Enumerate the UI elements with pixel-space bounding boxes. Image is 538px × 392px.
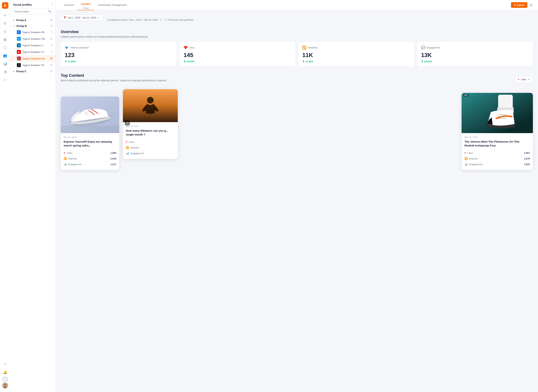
yoga-engagement-label: Engagement bbox=[130, 152, 144, 155]
page-item-tk[interactable]: ♪ Yoga & Sneakers TK 14 bbox=[10, 62, 55, 68]
nav-tabs: Account Content Global Community managem… bbox=[61, 0, 130, 10]
reebok-reposts-icon: 🔁 bbox=[464, 157, 468, 160]
metrics-grid: 🐦 Tweets published 123 ⬆ 17.65% ❤️ Likes… bbox=[61, 42, 533, 66]
top-nav: Account Content Global Community managem… bbox=[56, 0, 538, 10]
search-icon: 🔍 bbox=[48, 10, 51, 13]
likes-value: 145 bbox=[184, 52, 291, 59]
svg-point-8 bbox=[147, 97, 154, 103]
date-range-picker[interactable]: 📅 Jan 1, 2020 - Jan 31, 2020 ▼ bbox=[61, 15, 103, 21]
date-arrow-icon: ▼ bbox=[98, 17, 100, 19]
group-c-header[interactable]: ▶ Group C 14 bbox=[10, 68, 55, 74]
likes-stat-label: Likes bbox=[66, 152, 72, 154]
li-platform-icon: in bbox=[17, 43, 21, 47]
date-row: 📅 Jan 1, 2020 - Jan 31, 2020 ▼ Compariso… bbox=[61, 15, 533, 25]
likes-change: ⬆ 15.53% bbox=[184, 60, 291, 63]
filter-label: Likes bbox=[521, 78, 526, 81]
yoga-engagement-icon: 📊 bbox=[126, 152, 129, 155]
page-count-fb: 6 bbox=[51, 31, 52, 33]
reebok-reposts-label: Reposts bbox=[469, 157, 478, 160]
media-icon[interactable]: ▭ bbox=[1, 76, 9, 83]
top-content-subtitle: Best contents published during the selec… bbox=[61, 79, 167, 82]
page-item-fb[interactable]: f Yoga & Sneakers FB 6 bbox=[10, 29, 55, 35]
globe-icon[interactable]: ◎ bbox=[1, 28, 9, 35]
search-box[interactable]: 🔍 bbox=[12, 8, 53, 14]
ig-platform-icon: 📷 bbox=[17, 56, 21, 61]
reebok-likes-icon: ♥ bbox=[464, 151, 466, 154]
audience-icon[interactable]: ◑ bbox=[1, 68, 9, 75]
reebok-stat-engagement: 📊 Engagement 1,525 bbox=[464, 161, 530, 167]
page-name-ig: Yoga & Sneakers IG bbox=[22, 57, 45, 60]
group-a-count: 08 bbox=[50, 19, 52, 21]
page-item-tw[interactable]: t Yoga & Sneakers TW 12 bbox=[10, 35, 55, 42]
bell-icon[interactable]: 🔔 bbox=[1, 369, 9, 376]
sneakers-stat-likes: ♥ Likes 1,984 bbox=[64, 150, 116, 156]
metric-likes: ❤️ Likes 145 ⬆ 15.53% bbox=[180, 42, 295, 66]
sidebar-collapse-icon[interactable]: ‹ bbox=[51, 3, 52, 6]
retweets-metric-icon: 🔁 bbox=[302, 46, 306, 50]
reebok-card-body: Mar 26, 2019 The Jetsons Meet The Flints… bbox=[462, 133, 533, 170]
engagement-stat-value: 1,217 bbox=[110, 163, 116, 166]
reebok-stat-likes: ♥ Likes 2,567 bbox=[464, 150, 530, 156]
tab-account[interactable]: Account bbox=[61, 0, 77, 10]
reposts-stat-label: Reposts bbox=[68, 157, 77, 160]
user-avatar[interactable] bbox=[2, 383, 8, 388]
tab-content[interactable]: Content Global bbox=[77, 0, 94, 10]
metric-tweets: 🐦 Tweets published 123 ⬆ 17.65% bbox=[61, 42, 177, 66]
download-icon: ⬇ bbox=[514, 4, 516, 6]
retweets-change: ⬆ 11.45% bbox=[302, 60, 410, 63]
date-range-text: Jan 1, 2020 - Jan 31, 2020 bbox=[68, 16, 96, 19]
sidebar-title-text: Social profiles bbox=[13, 3, 32, 6]
nav-right: ⬇ Export ⚙ bbox=[511, 2, 533, 8]
help-icon[interactable]: ? bbox=[3, 377, 8, 382]
monitor-icon[interactable]: ⊞ bbox=[1, 20, 9, 27]
tab-community[interactable]: Community management bbox=[94, 0, 130, 10]
reebok-image-svg bbox=[462, 93, 533, 133]
page-item-yt[interactable]: ▶ Yoga & Sneakers YT 4 bbox=[10, 49, 55, 55]
calendar-icon[interactable]: ▦ bbox=[1, 36, 9, 43]
reposts-stat-value: 2,648 bbox=[110, 157, 116, 160]
yoga-card-title: How many followers can you g... single m… bbox=[126, 129, 175, 136]
sneakers-card-date: Mar 26, 2019 bbox=[64, 136, 116, 139]
analytics-icon[interactable]: 📊 bbox=[1, 60, 9, 67]
users-icon[interactable]: 👥 bbox=[1, 52, 9, 59]
reebok-engagement-label: Engagement bbox=[469, 163, 483, 166]
page-name-li: Yoga & Sneakers LI bbox=[22, 44, 43, 47]
top-content-title: Top Content bbox=[61, 73, 167, 78]
retweets-label: Retweets bbox=[308, 46, 318, 49]
page-name-tk: Yoga & Sneakers TK bbox=[22, 64, 44, 66]
yoga-stat-likes: ♥ Likes bbox=[126, 139, 175, 145]
icon-rail: A ✈ ⊞ ◎ ▦ ◫ 👥 📊 ◑ ▭ + 🔔 ? bbox=[0, 0, 10, 392]
yoga-stat-reposts: 🔁 Reposts bbox=[126, 145, 175, 150]
reebok-likes-label: Likes bbox=[468, 152, 473, 154]
group-b-header[interactable]: ▼ Group B 12 bbox=[10, 23, 55, 29]
likes-filter-dropdown[interactable]: ♥ Likes ▼ bbox=[515, 76, 533, 83]
top-content-header: Top Content Best contents published duri… bbox=[61, 73, 533, 86]
reebok-card-title: The Jetsons Meet The Flintstones On This… bbox=[464, 140, 530, 147]
page-item-li[interactable]: in Yoga & Sneakers LI 8 bbox=[10, 42, 55, 49]
page-item-ig[interactable]: 📷 Yoga & Sneakers IG 32 bbox=[10, 55, 55, 62]
likes-up-icon: ⬆ bbox=[184, 60, 186, 63]
app-logo[interactable]: A bbox=[2, 2, 8, 9]
content-area: 📅 Jan 1, 2020 - Jan 31, 2020 ▼ Compariso… bbox=[56, 10, 538, 392]
sneakers-stat-reposts: 🔁 Reposts 2,648 bbox=[64, 156, 116, 161]
tweets-up-icon: ⬆ bbox=[65, 60, 67, 63]
fb-platform-icon: f bbox=[17, 30, 21, 34]
group-b-name: Group B bbox=[16, 24, 27, 28]
export-button[interactable]: ⬇ Export bbox=[511, 2, 527, 8]
search-input[interactable] bbox=[14, 10, 48, 13]
page-count-ig: 32 bbox=[50, 57, 52, 60]
page-count-tw: 12 bbox=[50, 37, 52, 40]
yoga-likes-icon: ♥ bbox=[126, 140, 127, 143]
schedule-icon[interactable]: ◫ bbox=[1, 44, 9, 51]
add-icon[interactable]: + bbox=[1, 360, 9, 368]
reebok-likes-value: 2,567 bbox=[524, 152, 530, 154]
clock-icon: 🕐 bbox=[164, 19, 167, 21]
likes-stat-value: 1,984 bbox=[110, 152, 116, 154]
main-content: Account Content Global Community managem… bbox=[56, 0, 538, 392]
engagement-change: ⬆ 19.23% bbox=[421, 60, 529, 63]
group-a-header[interactable]: ▶ Group A 08 bbox=[10, 17, 55, 23]
send-icon[interactable]: ✈ bbox=[1, 12, 9, 19]
tweets-value: 123 bbox=[65, 52, 173, 59]
settings-icon[interactable]: ⚙ bbox=[530, 3, 533, 7]
yoga-card-image: 🔗 bbox=[123, 89, 178, 122]
